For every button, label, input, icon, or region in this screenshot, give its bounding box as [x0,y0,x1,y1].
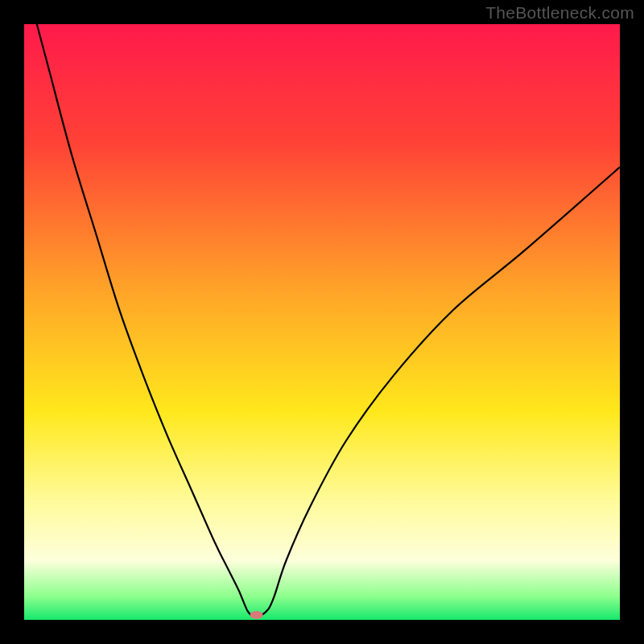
chart-svg [24,24,620,620]
attribution-text: TheBottleneck.com [485,3,634,23]
gradient-background [24,24,620,620]
chart-frame: TheBottleneck.com [0,0,644,644]
optimum-marker [250,611,263,619]
plot-area [24,24,620,620]
